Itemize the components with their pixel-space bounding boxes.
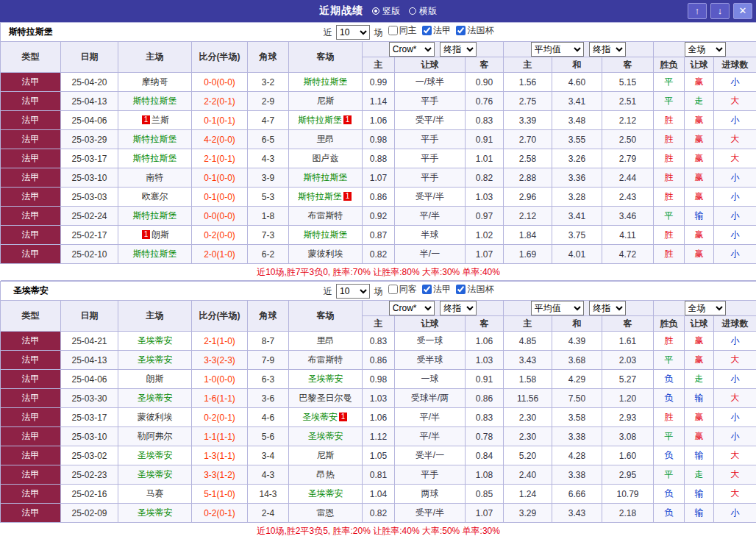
scroll-up-button[interactable]: ↑: [688, 3, 707, 19]
result-handicap: 输: [685, 504, 714, 523]
average-select[interactable]: 平均值: [531, 301, 584, 315]
result-handicap: 走: [685, 92, 714, 111]
cup-checkbox[interactable]: [456, 26, 466, 35]
league-checkbox[interactable]: [422, 285, 432, 294]
euro-draw-odds: 3.75: [552, 226, 602, 245]
bookmaker-select[interactable]: Crow*: [389, 42, 435, 57]
scope-select[interactable]: 全场: [685, 42, 726, 57]
handicap-stage-select[interactable]: 终指: [440, 301, 477, 315]
summary-line: 近10场,胜2平3负5, 胜率:20% 让胜率:40% 大率:50% 单率:30…: [1, 523, 756, 539]
handicap-home-odds: 0.99: [363, 73, 395, 92]
team-recent-table-2: 圣埃蒂安 近 10 场 同客 法甲 法国杯 类型 日期 主场 比分(半场) 角球…: [0, 281, 756, 539]
match-date: 25-04-13: [61, 351, 118, 370]
handicap-home-odds: 0.87: [363, 226, 395, 245]
euro-home-odds: 1.56: [504, 73, 552, 92]
cup-filter[interactable]: 法国杯: [456, 283, 493, 296]
red-card-badge: 1: [142, 115, 150, 124]
average-select[interactable]: 平均值: [531, 42, 584, 57]
scroll-down-button[interactable]: ↓: [710, 3, 730, 19]
cup-checkbox[interactable]: [456, 285, 466, 294]
near-label: 近: [324, 27, 332, 38]
away-team: 巴黎圣日尔曼: [289, 389, 363, 408]
scope-select[interactable]: 全场: [685, 301, 726, 315]
corner-score: 5-3: [248, 188, 289, 207]
euro-stage-select[interactable]: 终指: [589, 301, 626, 315]
handicap-stage-select[interactable]: 终指: [440, 42, 477, 57]
team-name: 圣埃蒂安: [1, 282, 61, 301]
col-header-handicap-line: 让球: [395, 316, 466, 332]
euro-odds-group: 平均值 终指: [504, 42, 654, 57]
result-wdl: 胜: [654, 332, 685, 351]
close-button[interactable]: ✕: [733, 3, 752, 19]
home-team: 斯特拉斯堡: [118, 130, 192, 149]
home-team: 欧塞尔: [118, 188, 192, 207]
league-checkbox[interactable]: [422, 26, 432, 35]
handicap-away-odds: 1.06: [466, 332, 504, 351]
match-score: 3-3(2-3): [192, 351, 248, 370]
euro-draw-odds: 3.68: [552, 351, 602, 370]
home-team: 圣埃蒂安: [118, 351, 192, 370]
near-label: 近: [324, 286, 332, 296]
away-team: 斯特拉斯堡1: [289, 188, 363, 207]
handicap-home-odds: 0.83: [363, 332, 395, 351]
radio-horizontal-layout[interactable]: 横版: [409, 5, 437, 18]
away-team: 布雷斯特: [289, 207, 363, 226]
cup-label: 法国杯: [467, 24, 493, 37]
match-score: 1-6(1-1): [192, 389, 248, 408]
league-type: 法甲: [1, 504, 61, 523]
match-row: 法甲25-02-171朗斯0-2(0-0)7-3斯特拉斯堡0.87半球1.021…: [1, 226, 756, 245]
match-score: 0-1(0-1): [192, 111, 248, 130]
match-date: 25-02-24: [61, 207, 118, 226]
corner-score: 3-6: [248, 389, 289, 408]
euro-stage-select[interactable]: 终指: [589, 42, 626, 57]
cup-filter[interactable]: 法国杯: [456, 24, 493, 37]
handicap-away-odds: 0.76: [466, 92, 504, 111]
recent-count-select[interactable]: 10: [336, 25, 370, 40]
same-venue-filter[interactable]: 同客: [388, 283, 417, 296]
bookmaker-select[interactable]: Crow*: [389, 301, 435, 315]
home-team: 圣埃蒂安: [118, 465, 192, 485]
recent-count-select[interactable]: 10: [336, 284, 370, 299]
euro-home-odds: 1.58: [504, 370, 552, 389]
corner-score: 3-9: [248, 168, 289, 188]
handicap-line: 平/半: [395, 427, 466, 446]
handicap-line: 平/半: [395, 207, 466, 226]
league-filter[interactable]: 法甲: [422, 283, 451, 296]
handicap-away-odds: 1.03: [466, 351, 504, 370]
result-handicap: 走: [685, 370, 714, 389]
result-wdl: 胜: [654, 111, 685, 130]
match-row: 法甲25-04-13圣埃蒂安3-3(2-3)7-9布雷斯特0.86受半球1.03…: [1, 351, 756, 370]
euro-draw-odds: 3.28: [552, 188, 602, 207]
match-row: 法甲25-03-29斯特拉斯堡4-2(0-0)6-5里昂0.98平手0.912.…: [1, 130, 756, 149]
handicap-away-odds: 0.86: [466, 389, 504, 408]
same-venue-checkbox[interactable]: [388, 285, 398, 294]
col-header-euro-away: 客: [602, 57, 654, 73]
result-wdl: 平: [654, 73, 685, 92]
home-team: 圣埃蒂安: [118, 446, 192, 465]
corner-score: 7-3: [248, 226, 289, 245]
match-score: 0-0(0-0): [192, 73, 248, 92]
away-team: 圣埃蒂安: [289, 485, 363, 504]
match-date: 25-02-16: [61, 485, 118, 504]
result-scope-group: 全场: [654, 42, 756, 57]
league-filter[interactable]: 法甲: [422, 24, 451, 37]
cup-label: 法国杯: [467, 283, 493, 296]
match-date: 25-02-10: [61, 245, 118, 264]
match-date: 25-04-06: [61, 111, 118, 130]
same-venue-checkbox[interactable]: [388, 26, 398, 35]
league-type: 法甲: [1, 207, 61, 226]
match-row: 法甲25-03-03欧塞尔0-1(0-0)5-3斯特拉斯堡10.86受平/半1.…: [1, 188, 756, 207]
handicap-line: 受平/半: [395, 188, 466, 207]
home-team: 圣埃蒂安: [118, 389, 192, 408]
corner-score: 4-7: [248, 111, 289, 130]
match-date: 25-04-21: [61, 332, 118, 351]
home-team: 朗斯: [118, 370, 192, 389]
red-card-badge: 1: [339, 413, 347, 421]
same-venue-filter[interactable]: 同主: [388, 24, 417, 37]
match-row: 法甲25-03-10勒阿弗尔1-1(1-1)5-6圣埃蒂安1.12平/半0.78…: [1, 427, 756, 446]
result-handicap: 赢: [685, 168, 714, 188]
radio-vertical-layout[interactable]: 竖版: [372, 5, 400, 18]
col-header-wdl: 胜负: [654, 316, 685, 332]
league-type: 法甲: [1, 389, 61, 408]
col-header-handicap-home: 主: [363, 316, 395, 332]
